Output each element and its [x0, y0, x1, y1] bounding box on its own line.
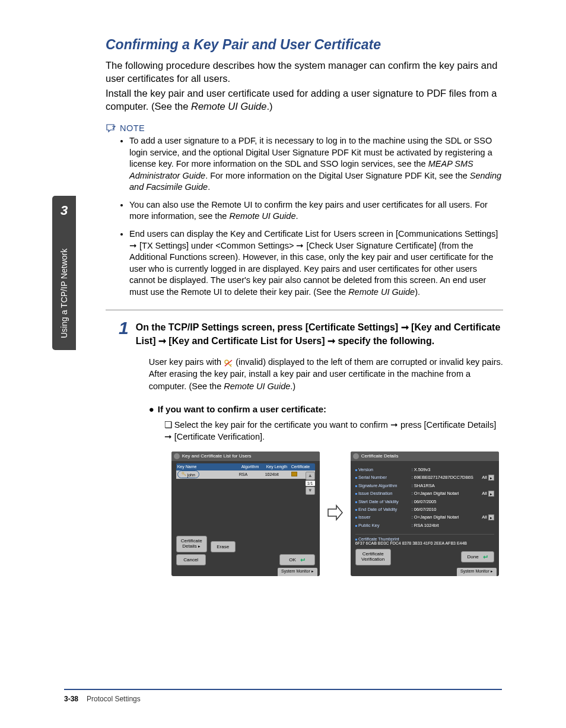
note-item-3: End users can display the Key and Certif… — [129, 228, 503, 298]
detail-value: X.509v3 — [414, 467, 494, 472]
back-icon[interactable] — [174, 453, 180, 459]
thumbprint-value: 6F37 6CAB BD3C FDC4 8378 3B33 41F0 2EEA … — [355, 541, 494, 545]
detail-label: Signature Algorithm — [355, 483, 412, 488]
system-monitor-button[interactable]: System Monitor ▸ — [278, 568, 317, 576]
footer-section-name: Protocol Settings — [87, 695, 141, 703]
col-certificate: Certificate — [291, 465, 314, 469]
chapter-side-tab: 3 Using a TCP/IP Network — [52, 196, 76, 350]
chapter-number: 3 — [52, 203, 76, 218]
detail-row: Public Key:RSA 1024bit — [355, 522, 494, 529]
page-count: 1/1 — [306, 481, 315, 486]
screenshot-row: Key and Certificate List for Users Key N… — [171, 452, 503, 576]
screenshot-certificate-details: Certificate Details Version:X.509v3Seria… — [351, 452, 499, 576]
cancel-button[interactable]: Cancel — [176, 554, 206, 565]
certificate-icon — [291, 472, 297, 476]
step-1: 1 On the TCP/IP Settings screen, press [… — [119, 321, 503, 576]
expand-button[interactable]: ▸ — [488, 514, 494, 520]
note-box: NOTE To add a user signature to a PDF, i… — [106, 123, 503, 298]
table-row[interactable]: john RSA 1024bit — [176, 471, 315, 479]
intro2-text-c: .) — [266, 101, 272, 112]
ok-button[interactable]: OK — [279, 554, 315, 565]
screen1-title: Key and Certificate List for Users — [182, 453, 252, 459]
detail-row: Issuer:O=Japan Digital NotariAll▸ — [355, 513, 494, 522]
erase-button[interactable]: Erase — [211, 541, 236, 552]
detail-row: Signature Algorithm:SHA1RSA — [355, 482, 494, 489]
expand-button[interactable]: ▸ — [488, 491, 494, 497]
note-list: To add a user signature to a PDF, it is … — [129, 135, 503, 298]
screen1-table-header: Key Name Algorithm Key Length Certificat… — [176, 463, 315, 471]
col-keyname: Key Name — [177, 465, 241, 469]
step-title: On the TCP/IP Settings screen, press [Ce… — [136, 321, 503, 348]
note-header: NOTE — [106, 123, 503, 133]
step-description: User key pairs with (invalid) displayed … — [149, 356, 503, 392]
step-number: 1 — [119, 321, 129, 576]
invalid-key-icon — [224, 358, 233, 367]
screenshot-key-cert-list: Key and Certificate List for Users Key N… — [171, 452, 320, 576]
detail-label: Version — [355, 467, 412, 472]
return-icon — [482, 555, 488, 559]
detail-value: 06/07/2005 — [414, 499, 494, 504]
scroll-up-button[interactable]: ▲ — [306, 472, 315, 480]
page-footer: 3-38 Protocol Settings — [64, 695, 141, 703]
note-label: NOTE — [120, 123, 145, 133]
detail-row: Start Date of Validity:06/07/2005 — [355, 498, 494, 506]
thumbprint-label: Certificate Thumbprint — [355, 537, 494, 541]
arrow-right-icon — [327, 504, 344, 523]
col-algorithm: Algorithm — [241, 465, 266, 469]
detail-value: RSA 1024bit — [414, 523, 494, 528]
page-content: Confirming a Key Pair and User Certifica… — [106, 37, 503, 576]
col-keylength: Key Length — [266, 465, 291, 469]
row-keylength: 1024bit — [265, 472, 290, 476]
thumbprint-section: Certificate Thumbprint 6F37 6CAB BD3C FD… — [355, 534, 494, 545]
chapter-title: Using a TCP/IP Network — [59, 249, 69, 338]
intro-paragraph-2: Install the key pair and user certificat… — [106, 87, 503, 113]
key-icon — [182, 472, 186, 476]
detail-label: Serial Number — [355, 475, 412, 480]
detail-label: End Date of Validity — [355, 507, 412, 512]
intro-paragraph-1: The following procedure describes how th… — [106, 59, 503, 85]
intro2-ref: Remote UI Guide — [191, 101, 266, 112]
detail-value: 69EBE027174287DCC7D86S — [414, 475, 481, 480]
detail-row: Version:X.509v3 — [355, 466, 494, 473]
note-item-2: You can also use the Remote UI to confir… — [129, 199, 503, 222]
certificate-verification-button[interactable]: Certificate Verification — [355, 549, 391, 565]
done-button[interactable]: Done — [461, 551, 494, 562]
screen1-title-bar: Key and Certificate List for Users — [171, 452, 320, 461]
intro2-text-a: Install the key pair and user certificat… — [106, 88, 497, 112]
detail-label: Public Key — [355, 523, 412, 528]
note-icon — [106, 123, 116, 133]
screen2-title-bar: Certificate Details — [351, 452, 499, 461]
page-number: 3-38 — [64, 695, 78, 703]
checkbox-icon: ❏ — [164, 420, 172, 430]
expand-button[interactable]: ▸ — [488, 475, 494, 481]
section-heading: Confirming a Key Pair and User Certifica… — [106, 37, 503, 53]
detail-row: Serial Number:69EBE027174287DCC7D86SAll▸ — [355, 473, 494, 482]
detail-value: 06/07/2010 — [414, 507, 494, 512]
checklist-item: ❏Select the key pair for the certificate… — [164, 419, 503, 443]
detail-label: Start Date of Validity — [355, 499, 412, 504]
system-monitor-button[interactable]: System Monitor ▸ — [457, 568, 497, 576]
return-icon — [299, 558, 305, 562]
detail-label: Issue Destination — [355, 491, 412, 496]
detail-value: O=Japan Digital Notari — [414, 514, 481, 520]
footer-rule — [64, 689, 502, 690]
scroll-down-button[interactable]: ▼ — [306, 487, 315, 495]
detail-row: End Date of Validity:06/07/2010 — [355, 506, 494, 513]
row-algorithm: RSA — [239, 472, 264, 476]
divider — [106, 310, 503, 310]
certificate-details-button[interactable]: Certificate Details ▸ — [176, 536, 207, 552]
back-icon[interactable] — [353, 453, 359, 459]
row-keyname: john — [187, 473, 195, 477]
detail-list: Version:X.509v3Serial Number:69EBE027174… — [355, 463, 494, 532]
note-item-1: To add a user signature to a PDF, it is … — [129, 135, 503, 193]
detail-label: Issuer — [355, 514, 412, 520]
detail-value: O=Japan Digital Notari — [414, 491, 481, 496]
screen2-title: Certificate Details — [361, 453, 399, 459]
detail-value: SHA1RSA — [414, 483, 494, 488]
detail-row: Issue Destination:O=Japan Digital Notari… — [355, 489, 494, 498]
sub-bullet-heading: If you want to confirm a user certificat… — [149, 404, 503, 414]
